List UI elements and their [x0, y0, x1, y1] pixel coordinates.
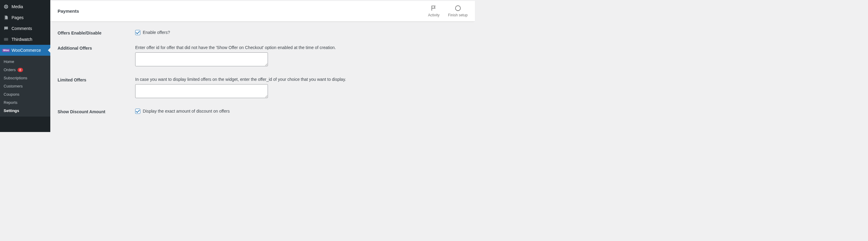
show-discount-text: Display the exact amount of discount on …	[143, 109, 230, 113]
additional-offers-input[interactable]	[135, 53, 268, 66]
submenu-label: Customers	[4, 84, 23, 89]
sidebar-item-thirdwatch[interactable]: Thirdwatch	[0, 34, 50, 45]
submenu-item-settings[interactable]: Settings	[0, 107, 50, 115]
page-title: Payments	[58, 8, 79, 13]
submenu-item-home[interactable]: Home	[0, 58, 50, 66]
topbar-actions: Activity Finish setup	[428, 5, 468, 17]
row-show-discount: Show Discount Amount Display the exact a…	[58, 109, 468, 114]
submenu-item-reports[interactable]: Reports	[0, 98, 50, 107]
label-offers-enable: Offers Enable/Disable	[58, 30, 135, 35]
show-discount-label[interactable]: Display the exact amount of discount on …	[135, 109, 468, 114]
submenu-label: Reports	[4, 100, 18, 105]
enable-offers-label[interactable]: Enable offers?	[135, 30, 468, 35]
main-content: Payments Activity Finish setup Offers En…	[50, 0, 475, 132]
row-limited-offers: Limited Offers In case you want to displ…	[58, 77, 468, 99]
enable-offers-text: Enable offers?	[143, 30, 170, 35]
sidebar-item-label: WooCommerce	[11, 48, 41, 53]
row-offers-enable: Offers Enable/Disable Enable offers?	[58, 30, 468, 35]
submenu-item-subscriptions[interactable]: Subscriptions	[0, 74, 50, 82]
orders-count-badge: 8	[18, 68, 23, 72]
submenu-label: Subscriptions	[4, 76, 27, 80]
sidebar-item-pages[interactable]: Pages	[0, 12, 50, 23]
svg-rect-0	[4, 38, 8, 41]
woocommerce-icon: Woo	[3, 47, 9, 53]
limited-offers-desc: In case you want to display limited offe…	[135, 77, 468, 82]
label-additional-offers: Additional Offers	[58, 45, 135, 50]
sidebar-item-comments[interactable]: Comments	[0, 23, 50, 34]
pages-icon	[3, 14, 9, 21]
submenu-label: Settings	[4, 108, 19, 113]
sidebar-item-media[interactable]: Media	[0, 1, 50, 12]
finish-setup-button[interactable]: Finish setup	[448, 5, 468, 17]
submenu-item-orders[interactable]: Orders 8	[0, 66, 50, 74]
limited-offers-input[interactable]	[135, 84, 268, 98]
admin-sidebar: Media Pages Comments Thirdwatch Woo WooC…	[0, 0, 50, 132]
label-limited-offers: Limited Offers	[58, 77, 135, 82]
additional-offers-desc: Enter offer id for offer that did not ha…	[135, 45, 468, 50]
submenu-label: Orders	[4, 68, 16, 72]
circle-icon	[455, 5, 461, 12]
submenu-label: Home	[4, 59, 14, 64]
activity-label: Activity	[428, 13, 439, 17]
sidebar-item-label: Media	[11, 4, 23, 9]
sidebar-item-label: Thirdwatch	[11, 37, 32, 42]
svg-point-1	[455, 6, 460, 11]
row-additional-offers: Additional Offers Enter offer id for off…	[58, 45, 468, 67]
label-show-discount: Show Discount Amount	[58, 109, 135, 114]
submenu-item-customers[interactable]: Customers	[0, 82, 50, 90]
media-icon	[3, 4, 9, 10]
sidebar-item-label: Comments	[11, 26, 32, 31]
woo-submenu: Home Orders 8 Subscriptions Customers Co…	[0, 56, 50, 116]
finish-setup-label: Finish setup	[448, 13, 468, 17]
topbar: Payments Activity Finish setup	[50, 1, 475, 22]
sidebar-item-woocommerce[interactable]: Woo WooCommerce	[0, 45, 50, 56]
flag-icon	[430, 5, 437, 12]
submenu-label: Coupons	[4, 92, 20, 97]
activity-button[interactable]: Activity	[428, 5, 439, 17]
comments-icon	[3, 26, 9, 32]
show-discount-checkbox[interactable]	[135, 109, 140, 114]
thirdwatch-icon	[3, 36, 9, 42]
submenu-item-coupons[interactable]: Coupons	[0, 90, 50, 98]
enable-offers-checkbox[interactable]	[135, 30, 140, 35]
settings-form: Offers Enable/Disable Enable offers? Add…	[50, 22, 475, 132]
sidebar-item-label: Pages	[11, 15, 24, 20]
